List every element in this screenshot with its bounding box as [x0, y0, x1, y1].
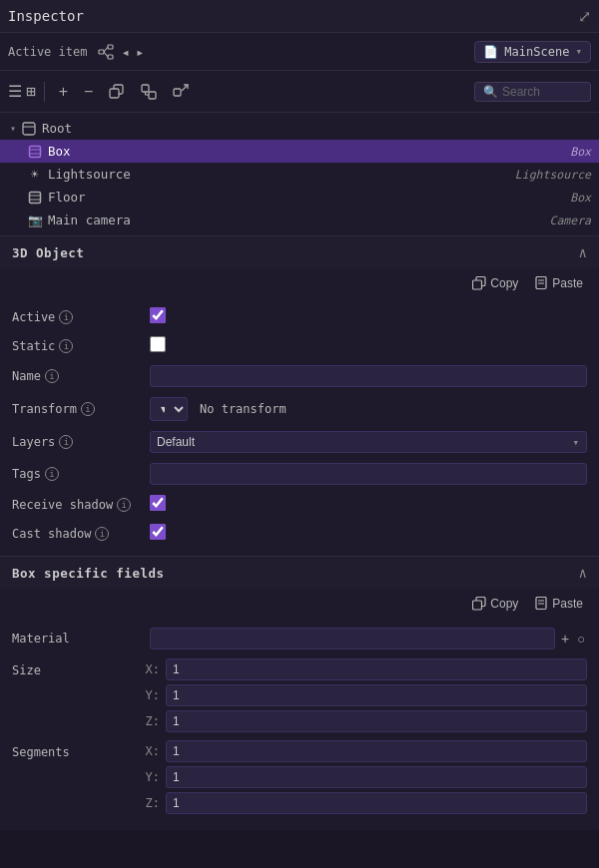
receive-shadow-info-icon[interactable]: i	[117, 498, 131, 512]
paste-3d-button[interactable]: Paste	[530, 274, 587, 292]
sliders-icon[interactable]: ⊞	[26, 82, 36, 101]
tree-item-box[interactable]: Box Box	[0, 140, 599, 163]
main-content: ▾ Root Box Box ☀ Lightsource Lightsource	[0, 113, 599, 868]
material-input[interactable]	[150, 628, 555, 650]
scene-dropdown-arrow: ▾	[575, 45, 582, 58]
svg-rect-12	[23, 123, 35, 135]
receive-shadow-checkbox[interactable]	[150, 495, 166, 511]
tags-label: Tags i	[12, 467, 142, 481]
add-child-button[interactable]	[135, 80, 163, 104]
transform-info-icon[interactable]: i	[81, 402, 95, 416]
arrow-right-icon[interactable]: ▸	[136, 44, 144, 60]
active-checkbox[interactable]	[150, 307, 166, 323]
search-box[interactable]: 🔍	[474, 82, 591, 102]
cast-shadow-info-icon[interactable]: i	[95, 527, 109, 541]
tree-item-type: Camera	[549, 214, 591, 227]
active-info-icon[interactable]: i	[59, 310, 73, 324]
name-value[interactable]	[150, 365, 587, 387]
static-checkbox[interactable]	[150, 336, 166, 352]
tags-input[interactable]	[150, 463, 587, 485]
name-input[interactable]	[150, 365, 587, 387]
material-value: + ○	[150, 628, 587, 650]
tree-item-root[interactable]: ▾ Root	[0, 117, 599, 140]
scene-selector[interactable]: 📄 MainScene ▾	[474, 41, 591, 63]
transform-value: ▾ No transform	[150, 397, 587, 421]
scene-name: MainScene	[504, 45, 569, 59]
duplicate-node-button[interactable]	[103, 80, 131, 104]
section-box-collapse-icon[interactable]: ∧	[579, 565, 587, 581]
svg-rect-8	[149, 92, 156, 99]
prop-active: Active i	[0, 302, 599, 331]
active-label: Active i	[12, 310, 142, 324]
tree-item-camera[interactable]: 📷 Main camera Camera	[0, 209, 599, 231]
arrow-left-icon[interactable]: ◂	[121, 44, 129, 60]
toolbar-separator-1	[44, 82, 45, 102]
detach-button[interactable]	[167, 80, 195, 104]
props-3d: Active i Static i Name	[0, 298, 599, 556]
layers-value: Default	[150, 431, 587, 453]
add-mat-icon: +	[561, 631, 569, 647]
size-y-row: Y:	[142, 684, 587, 706]
expand-window-icon[interactable]: ⤢	[578, 7, 591, 26]
tree-item-type: Box	[570, 145, 591, 159]
add-node-button[interactable]: +	[53, 79, 74, 105]
copy-label: Copy	[490, 276, 518, 290]
search-input[interactable]	[502, 85, 582, 99]
segments-y-input[interactable]	[166, 766, 587, 788]
prop-material: Material + ○	[0, 623, 599, 654]
svg-rect-2	[108, 55, 113, 59]
svg-line-3	[104, 47, 108, 52]
seg-y-key: Y:	[142, 770, 160, 784]
tags-info-icon[interactable]: i	[45, 467, 59, 481]
tree-item-lightsource[interactable]: ☀ Lightsource Lightsource	[0, 163, 599, 186]
search-material-button[interactable]: ○	[575, 630, 587, 649]
list-view-icon[interactable]: ☰	[8, 82, 22, 101]
root-label: Root	[42, 121, 72, 136]
cast-shadow-checkbox[interactable]	[150, 524, 166, 540]
tree-item-label: Box	[48, 144, 71, 159]
name-info-icon[interactable]: i	[45, 369, 59, 383]
prop-transform: Transform i ▾ No transform	[0, 392, 599, 426]
segments-x-input[interactable]	[166, 740, 587, 762]
layers-select[interactable]: Default	[150, 431, 587, 453]
add-material-button[interactable]: +	[559, 629, 571, 649]
cast-shadow-value	[150, 524, 587, 543]
layers-info-icon[interactable]: i	[59, 435, 73, 449]
svg-rect-7	[142, 85, 149, 92]
copy-box-button[interactable]: Copy	[468, 595, 522, 613]
transform-text: No transform	[194, 399, 293, 419]
paste-box-label: Paste	[552, 597, 583, 611]
copy-3d-button[interactable]: Copy	[468, 274, 522, 292]
transform-dropdown[interactable]: ▾	[150, 397, 188, 421]
size-y-input[interactable]	[166, 684, 587, 706]
camera-icon: 📷	[28, 214, 42, 227]
size-x-key: X:	[142, 662, 160, 676]
size-x-row: X:	[142, 658, 587, 680]
svg-rect-26	[473, 601, 482, 610]
size-x-input[interactable]	[166, 658, 587, 680]
paste-box-button[interactable]: Paste	[530, 595, 587, 613]
size-z-row: Z:	[142, 710, 587, 732]
svg-rect-0	[99, 50, 104, 54]
tags-value[interactable]	[150, 463, 587, 485]
remove-node-button[interactable]: −	[78, 79, 99, 105]
segments-z-input[interactable]	[166, 792, 587, 814]
scene-bar: Active item ◂ ▸ 📄 MainScene ▾	[0, 33, 599, 71]
active-value	[150, 307, 587, 326]
receive-shadow-value	[150, 495, 587, 514]
name-field-label: Name i	[12, 369, 142, 383]
section-3d-collapse-icon[interactable]: ∧	[579, 244, 587, 260]
tree-item-type: Box	[570, 191, 591, 205]
seg-x-key: X:	[142, 744, 160, 758]
prop-segments: Segments X: Y: Z:	[0, 740, 599, 814]
size-z-key: Z:	[142, 714, 160, 728]
scene-toolbar: ☰ ⊞ + − 🔍	[0, 71, 599, 113]
section-3d-actions: Copy Paste	[0, 268, 599, 298]
size-z-input[interactable]	[166, 710, 587, 732]
collapse-root-arrow[interactable]: ▾	[10, 123, 16, 134]
static-info-icon[interactable]: i	[59, 339, 73, 353]
search-icon: 🔍	[483, 85, 498, 99]
props-box: Material + ○ Size	[0, 619, 599, 830]
section-box-title: Box specific fields	[12, 566, 165, 581]
tree-item-floor[interactable]: Floor Box	[0, 186, 599, 209]
